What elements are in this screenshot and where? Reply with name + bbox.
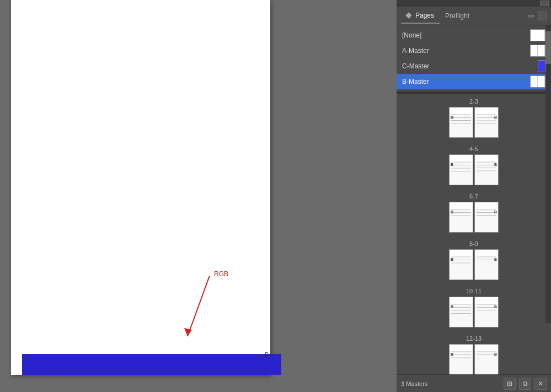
duplicate-button[interactable]: ⧉ bbox=[519, 378, 531, 390]
spread-2-3[interactable]: 2-3 B B bbox=[399, 98, 549, 138]
page-thumb-4[interactable]: B bbox=[449, 154, 473, 185]
svg-line-0 bbox=[188, 276, 210, 336]
tab-more-button[interactable]: >> bbox=[527, 13, 534, 19]
panel-collapse-icon[interactable] bbox=[540, 1, 549, 6]
spread-4-5[interactable]: 4-5 B B bbox=[399, 146, 549, 185]
page-thumb-9[interactable]: B bbox=[474, 249, 499, 280]
page-thumb-10[interactable]: B bbox=[449, 297, 473, 327]
page-thumb-6[interactable]: B bbox=[449, 202, 473, 233]
master-c-label: C-Master bbox=[402, 62, 538, 70]
pages-tab-icon bbox=[405, 12, 411, 18]
master-item-b[interactable]: B-Master bbox=[397, 74, 551, 89]
masters-section: [None] A-Master C-Master B-Maste bbox=[397, 25, 551, 92]
spread-10-11-thumbs: B B bbox=[449, 297, 499, 327]
spread-2-3-label: 2-3 bbox=[469, 98, 478, 105]
master-a-thumb bbox=[530, 45, 545, 57]
spread-10-11[interactable]: 10-11 B B bbox=[399, 288, 549, 327]
page-thumb-3[interactable]: B bbox=[474, 107, 499, 138]
spread-6-7-thumbs: B B bbox=[449, 202, 499, 233]
master-a-label: A-Master bbox=[402, 47, 530, 55]
delete-icon: ✕ bbox=[538, 380, 543, 388]
tab-pages-label: Pages bbox=[415, 12, 434, 19]
canvas-area: RGB B bbox=[0, 0, 397, 392]
scrollbar-track[interactable] bbox=[545, 25, 551, 323]
blue-bar bbox=[22, 354, 281, 375]
spread-6-7[interactable]: 6-7 B B bbox=[399, 193, 549, 233]
tab-preflight[interactable]: Preflight bbox=[440, 9, 475, 23]
master-none-label: [None] bbox=[402, 31, 530, 39]
page-canvas: RGB B bbox=[11, 0, 270, 375]
master-item-c[interactable]: C-Master bbox=[397, 58, 551, 74]
master-b-label: B-Master bbox=[402, 78, 530, 85]
tab-preflight-label: Preflight bbox=[445, 12, 469, 20]
new-master-button[interactable]: ⊞ bbox=[504, 378, 516, 390]
master-none-thumb bbox=[530, 29, 545, 41]
panel-tabs: Pages Preflight >> bbox=[397, 7, 551, 25]
page-thumb-2[interactable]: B bbox=[449, 107, 473, 138]
page-thumb-11[interactable]: B bbox=[474, 297, 499, 327]
master-c-thumb bbox=[538, 60, 545, 72]
spread-2-3-thumbs: B B bbox=[449, 107, 499, 138]
svg-marker-1 bbox=[184, 328, 192, 336]
master-item-none[interactable]: [None] bbox=[397, 28, 551, 43]
spread-4-5-thumbs: B B bbox=[449, 154, 499, 185]
master-item-a[interactable]: A-Master bbox=[397, 43, 551, 58]
page-thumb-7[interactable]: B bbox=[474, 202, 499, 233]
panel-topbar bbox=[397, 0, 551, 7]
spread-12-13[interactable]: 12-13 B B bbox=[399, 335, 549, 374]
spread-8-9-thumbs: B B bbox=[449, 249, 499, 280]
page-thumb-8[interactable]: B bbox=[449, 249, 473, 280]
spread-12-13-thumbs: B B bbox=[449, 344, 499, 374]
pages-section[interactable]: 2-3 B B bbox=[397, 94, 551, 374]
panel-menu-button[interactable] bbox=[538, 12, 547, 20]
b-page-marker: B bbox=[265, 352, 269, 358]
app-container: RGB B Pages Preflight >> bbox=[0, 0, 551, 392]
spread-6-7-label: 6-7 bbox=[469, 193, 478, 200]
spread-10-11-label: 10-11 bbox=[466, 288, 482, 294]
duplicate-icon: ⧉ bbox=[523, 380, 528, 388]
right-panel: Pages Preflight >> [None] A-Master bbox=[397, 0, 551, 392]
page-thumb-5[interactable]: B bbox=[474, 154, 499, 185]
panel-bottom-bar: 3 Masters ⊞ ⧉ ✕ bbox=[397, 374, 551, 392]
masters-count-label: 3 Masters bbox=[401, 380, 500, 387]
spread-8-9-label: 8-9 bbox=[469, 240, 478, 247]
spread-4-5-label: 4-5 bbox=[469, 146, 478, 152]
spread-12-13-label: 12-13 bbox=[466, 335, 482, 342]
scrollbar-thumb[interactable] bbox=[545, 31, 551, 64]
spread-8-9[interactable]: 8-9 B B bbox=[399, 240, 549, 280]
new-master-icon: ⊞ bbox=[507, 380, 512, 388]
master-b-thumb bbox=[530, 76, 545, 88]
delete-button[interactable]: ✕ bbox=[534, 378, 547, 390]
tab-pages[interactable]: Pages bbox=[401, 8, 440, 24]
page-thumb-12[interactable]: B bbox=[449, 344, 473, 374]
arrow-annotation bbox=[176, 270, 221, 347]
page-thumb-13[interactable]: B bbox=[474, 344, 499, 374]
